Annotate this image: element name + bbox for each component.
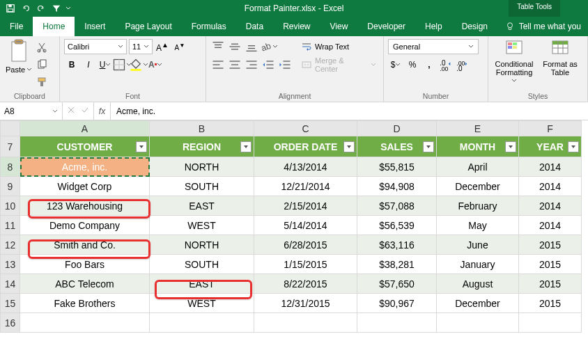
cell[interactable]: 2015 bbox=[519, 255, 582, 274]
copy-icon[interactable] bbox=[36, 59, 47, 72]
filter-dropdown-icon[interactable] bbox=[505, 141, 516, 152]
table-header-cell[interactable]: CUSTOMER bbox=[20, 136, 150, 157]
font-color-icon[interactable]: A bbox=[148, 57, 163, 72]
cell[interactable]: 6/28/2015 bbox=[254, 235, 357, 255]
column-header[interactable]: F bbox=[519, 121, 582, 136]
row-header[interactable]: 10 bbox=[1, 196, 20, 216]
cell[interactable]: Smith and Co. bbox=[20, 235, 150, 255]
cell[interactable]: 1/15/2015 bbox=[254, 255, 357, 274]
font-size-combo[interactable]: 11 bbox=[129, 39, 153, 54]
row-header[interactable]: 11 bbox=[1, 216, 20, 235]
cell[interactable]: 2/15/2014 bbox=[254, 196, 357, 216]
row-header[interactable]: 14 bbox=[1, 274, 20, 294]
cell[interactable] bbox=[519, 313, 582, 333]
cell[interactable]: Foo Bars bbox=[20, 255, 150, 274]
column-header[interactable]: A bbox=[20, 121, 150, 136]
align-middle-icon[interactable] bbox=[227, 39, 242, 54]
merge-center-button[interactable]: Merge & Center bbox=[298, 57, 379, 72]
spreadsheet-grid[interactable]: ABCDEF7CUSTOMERREGIONORDER DATESALESMONT… bbox=[0, 120, 588, 333]
cell[interactable] bbox=[150, 313, 254, 333]
tell-me-search[interactable]: Tell me what you bbox=[498, 17, 588, 36]
cell[interactable]: SOUTH bbox=[150, 177, 254, 196]
format-painter-icon[interactable] bbox=[36, 77, 47, 90]
currency-icon[interactable]: $ bbox=[388, 57, 403, 72]
save-icon[interactable] bbox=[4, 2, 17, 15]
align-bottom-icon[interactable] bbox=[244, 39, 259, 54]
decrease-font-icon[interactable]: A▼ bbox=[172, 39, 187, 54]
cell[interactable]: 2015 bbox=[519, 294, 582, 313]
comma-icon[interactable]: , bbox=[421, 57, 437, 72]
cell[interactable]: April bbox=[437, 157, 519, 177]
filter-dropdown-icon[interactable] bbox=[343, 141, 355, 152]
cell[interactable]: December bbox=[437, 294, 519, 313]
cell[interactable]: May bbox=[437, 216, 519, 235]
cell[interactable]: Demo Company bbox=[20, 216, 150, 235]
align-left-icon[interactable] bbox=[210, 57, 226, 72]
fx-icon[interactable]: fx bbox=[94, 102, 111, 120]
cell[interactable]: 2014 bbox=[519, 196, 582, 216]
row-header[interactable]: 7 bbox=[1, 136, 20, 157]
tab-help[interactable]: Help bbox=[415, 17, 452, 36]
decrease-decimal-icon[interactable]: .00.0 bbox=[455, 57, 470, 72]
table-header-cell[interactable]: SALES bbox=[357, 136, 437, 157]
cell[interactable]: Acme, inc. bbox=[20, 157, 150, 177]
conditional-formatting-button[interactable]: Conditional Formatting bbox=[493, 39, 536, 85]
cell[interactable]: 8/22/2015 bbox=[254, 274, 357, 294]
filter-dropdown-icon[interactable] bbox=[136, 141, 147, 152]
select-all-corner[interactable] bbox=[1, 121, 20, 136]
paste-button[interactable]: Paste bbox=[4, 39, 33, 74]
cell[interactable]: NORTH bbox=[150, 235, 254, 255]
tab-formulas[interactable]: Formulas bbox=[182, 17, 236, 36]
column-header[interactable]: E bbox=[437, 121, 519, 136]
tab-view[interactable]: View bbox=[320, 17, 358, 36]
tab-developer[interactable]: Developer bbox=[357, 17, 415, 36]
tab-file[interactable]: File bbox=[0, 17, 33, 36]
qat-customize-icon[interactable] bbox=[65, 3, 71, 13]
cancel-formula-icon[interactable] bbox=[67, 106, 75, 116]
cell[interactable]: 2015 bbox=[519, 274, 582, 294]
tab-data[interactable]: Data bbox=[236, 17, 273, 36]
cell[interactable]: June bbox=[437, 235, 519, 255]
cell[interactable]: August bbox=[437, 274, 519, 294]
row-header[interactable]: 8 bbox=[1, 157, 20, 177]
decrease-indent-icon[interactable] bbox=[261, 57, 276, 72]
cell[interactable] bbox=[20, 313, 150, 333]
italic-icon[interactable]: I bbox=[81, 57, 96, 72]
increase-indent-icon[interactable] bbox=[277, 57, 293, 72]
cell[interactable]: February bbox=[437, 196, 519, 216]
cell[interactable]: 12/21/2014 bbox=[254, 177, 357, 196]
enter-formula-icon[interactable] bbox=[81, 106, 89, 116]
bold-icon[interactable]: B bbox=[64, 57, 79, 72]
cell[interactable]: 2014 bbox=[519, 216, 582, 235]
row-header[interactable]: 9 bbox=[1, 177, 20, 196]
cell[interactable]: 4/13/2014 bbox=[254, 157, 357, 177]
filter-dropdown-icon[interactable] bbox=[568, 141, 579, 152]
cell[interactable]: Fake Brothers bbox=[20, 294, 150, 313]
filter-icon[interactable] bbox=[50, 2, 63, 15]
table-header-cell[interactable]: YEAR bbox=[519, 136, 582, 157]
row-header[interactable]: 13 bbox=[1, 255, 20, 274]
font-name-combo[interactable]: Calibri bbox=[64, 39, 127, 54]
cell[interactable]: $55,815 bbox=[357, 157, 437, 177]
formula-input[interactable]: Acme, inc. bbox=[111, 102, 588, 120]
cell[interactable]: 2014 bbox=[519, 177, 582, 196]
tab-page-layout[interactable]: Page Layout bbox=[115, 17, 181, 36]
cell[interactable]: WEST bbox=[150, 216, 254, 235]
format-as-table-button[interactable]: Format as Table bbox=[543, 39, 578, 77]
fill-color-icon[interactable] bbox=[131, 57, 146, 72]
cell[interactable]: January bbox=[437, 255, 519, 274]
tab-review[interactable]: Review bbox=[273, 17, 320, 36]
cell[interactable]: $94,908 bbox=[357, 177, 437, 196]
wrap-text-button[interactable]: Wrap Text bbox=[298, 39, 379, 54]
cell[interactable]: SOUTH bbox=[150, 255, 254, 274]
align-right-icon[interactable] bbox=[244, 57, 259, 72]
cell[interactable]: 2014 bbox=[519, 157, 582, 177]
number-format-combo[interactable]: General bbox=[388, 39, 479, 54]
redo-icon[interactable] bbox=[35, 2, 47, 15]
cell[interactable]: WEST bbox=[150, 294, 254, 313]
cell[interactable]: 5/14/2014 bbox=[254, 216, 357, 235]
cell[interactable]: $63,116 bbox=[357, 235, 437, 255]
cell[interactable]: 123 Warehousing bbox=[20, 196, 150, 216]
cell[interactable]: $56,539 bbox=[357, 216, 437, 235]
cell[interactable]: 12/31/2015 bbox=[254, 294, 357, 313]
